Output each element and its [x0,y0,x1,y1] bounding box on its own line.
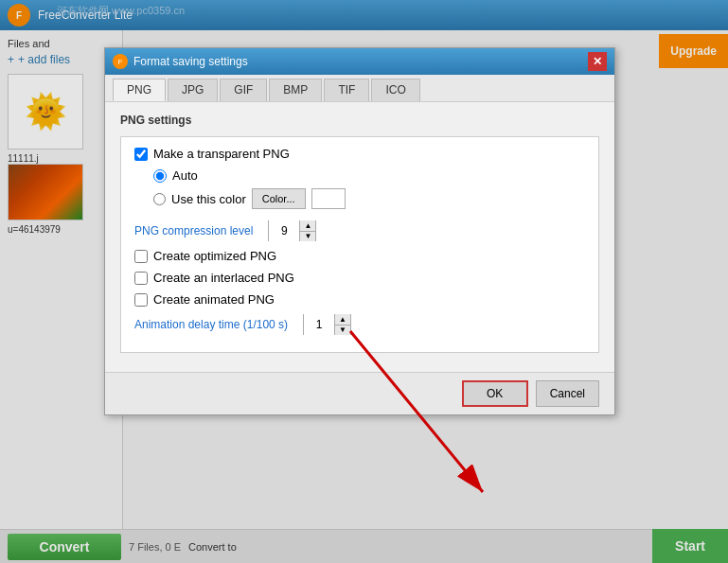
make-transparent-label: Make a transparent PNG [153,147,290,161]
auto-radio[interactable] [153,169,167,183]
create-interlaced-checkbox[interactable] [134,272,148,285]
create-optimized-checkbox[interactable] [134,250,148,263]
modal-body: PNG settings Make a transparent PNG Auto… [105,102,614,364]
compression-arrows: ▲ ▼ [299,220,315,241]
use-color-radio[interactable] [153,193,166,205]
modal-titlebar: F Format saving settings ✕ [105,48,614,75]
make-transparent-checkbox[interactable] [134,148,148,161]
compression-row: PNG compression level ▲ ▼ [134,220,585,241]
animation-delay-row: Animation delay time (1/100 s) ▲ ▼ [134,314,585,335]
color-preview [311,188,346,209]
animation-delay-label: Animation delay time (1/100 s) [134,318,288,331]
tab-jpg[interactable]: JPG [168,79,218,101]
create-optimized-label: Create optimized PNG [153,249,276,263]
section-title: PNG settings [120,114,599,127]
color-picker-button[interactable]: Color... [252,188,306,209]
create-animated-label: Create animated PNG [153,292,275,307]
compression-input[interactable] [269,220,299,241]
compression-down-button[interactable]: ▼ [300,232,315,242]
create-interlaced-row: Create an interlaced PNG [134,271,585,285]
modal-tabs: PNG JPG GIF BMP TIF ICO [105,75,614,102]
animation-down-button[interactable]: ▼ [335,325,350,336]
modal-footer: OK Cancel [105,372,614,414]
auto-radio-row: Auto [153,168,585,183]
compression-up-button[interactable]: ▲ [300,220,315,232]
modal-title-left: F Format saving settings [113,54,248,69]
compression-spinner: ▲ ▼ [268,220,316,241]
create-interlaced-label: Create an interlaced PNG [153,271,294,285]
tab-ico[interactable]: ICO [371,79,419,101]
tab-png[interactable]: PNG [113,79,166,101]
cancel-button[interactable]: Cancel [536,380,599,407]
modal-overlay: F Format saving settings ✕ PNG JPG GIF B… [0,0,728,563]
tab-bmp[interactable]: BMP [269,79,322,101]
create-animated-checkbox[interactable] [134,293,148,307]
tab-gif[interactable]: GIF [220,79,267,101]
auto-label: Auto [172,168,198,183]
animation-delay-input[interactable] [304,314,334,335]
modal-title: Format saving settings [133,55,248,68]
use-color-row: Use this color Color... [153,188,585,209]
modal-close-button[interactable]: ✕ [588,52,607,71]
modal-icon: F [113,54,128,69]
use-color-label: Use this color [171,192,246,206]
animation-delay-arrows: ▲ ▼ [334,314,350,335]
compression-label: PNG compression level [134,224,253,238]
animation-delay-spinner: ▲ ▼ [303,314,351,335]
make-transparent-row: Make a transparent PNG [134,147,585,161]
format-settings-modal: F Format saving settings ✕ PNG JPG GIF B… [104,47,615,415]
animation-up-button[interactable]: ▲ [335,314,350,325]
ok-button[interactable]: OK [462,380,528,407]
create-optimized-row: Create optimized PNG [134,249,585,263]
png-settings-group: Make a transparent PNG Auto Use this col… [120,136,599,353]
create-animated-row: Create animated PNG [134,292,585,307]
tab-tif[interactable]: TIF [324,79,369,101]
